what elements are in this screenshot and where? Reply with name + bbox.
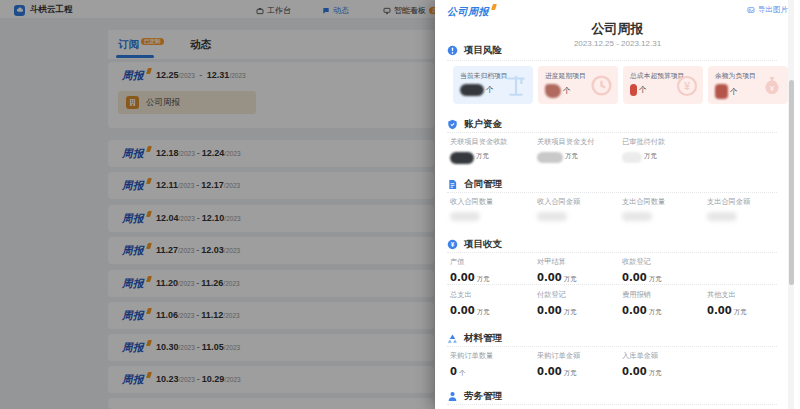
stat-receipt-registration: 收款登记 0.00万元 bbox=[622, 257, 706, 284]
document-icon bbox=[447, 179, 458, 190]
export-image-label: 导出图片 bbox=[758, 5, 788, 15]
scrollbar-thumb[interactable] bbox=[789, 80, 794, 285]
redacted-value bbox=[630, 84, 637, 96]
shield-icon bbox=[447, 119, 458, 130]
stat-expense-contract-count: 支出合同数量 bbox=[622, 197, 706, 221]
risk-card-unarchived[interactable]: 当前未归档项目 个 bbox=[453, 66, 533, 104]
divider bbox=[447, 132, 777, 133]
svg-text:¥: ¥ bbox=[451, 241, 455, 248]
section-contracts: 合同管理 bbox=[447, 178, 502, 191]
stat-inbound-amount: 入库单金额 0.00万元 bbox=[622, 351, 706, 378]
stat-expense-contract-amount: 支出合同金额 bbox=[707, 197, 791, 221]
section-labor: 劳务管理 bbox=[447, 390, 502, 403]
redacted-value bbox=[715, 84, 728, 99]
stat-income-contract-amount: 收入合同金额 bbox=[537, 197, 621, 221]
stat-party-a-settlement: 对甲结算 0.00万元 bbox=[537, 257, 621, 284]
risk-card-negative-balance[interactable]: 余额为负项目 个 ¥ bbox=[708, 66, 788, 104]
drawer-title: 公司周报 bbox=[435, 20, 800, 38]
svg-text:¥: ¥ bbox=[684, 80, 691, 92]
stat-purchase-order-amount: 采购订单金额 0.00万元 bbox=[537, 351, 621, 378]
redacted-value bbox=[537, 152, 563, 163]
section-account-funds: 账户资金 bbox=[447, 118, 502, 131]
redacted-value bbox=[450, 212, 480, 221]
redacted-value bbox=[707, 212, 737, 221]
redacted-value bbox=[622, 212, 652, 221]
risk-card-over-budget[interactable]: 总成本超预算项目 个 ¥ bbox=[623, 66, 703, 104]
drawer-scrollbar[interactable] bbox=[788, 0, 794, 409]
svg-text:¥: ¥ bbox=[770, 84, 775, 93]
section-project-income: ¥ 项目收支 bbox=[447, 238, 502, 251]
stat-output-value: 产值 0.00万元 bbox=[450, 257, 534, 284]
redacted-value bbox=[622, 152, 642, 163]
clock-icon bbox=[589, 73, 614, 102]
stat-other-expense: 其他支出 0.00万元 bbox=[707, 290, 791, 317]
divider bbox=[447, 284, 777, 285]
redacted-value bbox=[450, 152, 474, 164]
person-icon bbox=[447, 391, 458, 402]
crane-icon bbox=[503, 72, 529, 102]
divider bbox=[447, 252, 777, 253]
divider bbox=[447, 346, 777, 347]
stat-approved-pending: 已审批待付款 万元 bbox=[622, 137, 706, 163]
redacted-value bbox=[537, 212, 567, 221]
alert-circle-icon bbox=[447, 45, 458, 56]
stat-funds-paid: 关联项目资金支付 万元 bbox=[537, 137, 621, 163]
risk-card-delayed[interactable]: 进度延期项目 个 bbox=[538, 66, 618, 104]
money-bag-icon: ¥ bbox=[760, 74, 784, 102]
redacted-value bbox=[460, 84, 484, 96]
export-image-button[interactable]: 导出图片 bbox=[747, 5, 788, 15]
stat-expense-reimburse: 费用报销 0.00万元 bbox=[622, 290, 706, 317]
yen-circle-icon: ¥ bbox=[675, 74, 699, 102]
stat-total-expense: 总支出 0.00万元 bbox=[450, 290, 534, 317]
app-screen: 斗栱云工程 工作台 动态 智能看板 新 订阅 已定制 动态 bbox=[0, 0, 800, 409]
drawer-logo: 公司周报 bbox=[447, 5, 489, 19]
image-export-icon bbox=[747, 6, 755, 14]
redacted-value bbox=[545, 84, 561, 98]
divider bbox=[447, 60, 777, 61]
material-pile-icon bbox=[447, 333, 458, 344]
stat-funds-received: 关联项目资金收款 万元 bbox=[450, 137, 534, 164]
divider bbox=[447, 404, 777, 405]
section-project-risk: 项目风险 bbox=[447, 44, 502, 57]
divider bbox=[447, 192, 777, 193]
stat-income-contract-count: 收入合同数量 bbox=[450, 197, 534, 221]
yen-circle-icon: ¥ bbox=[447, 239, 458, 250]
section-materials: 材料管理 bbox=[447, 332, 502, 345]
stat-purchase-order-count: 采购订单数量 0个 bbox=[450, 351, 534, 378]
stat-payment-registration: 付款登记 0.00万元 bbox=[537, 290, 621, 317]
badge-tick-icon bbox=[491, 4, 496, 10]
company-weekly-report-drawer: 公司周报 导出图片 公司周报 2023.12.25 - 2023.12.31 项… bbox=[435, 0, 800, 409]
